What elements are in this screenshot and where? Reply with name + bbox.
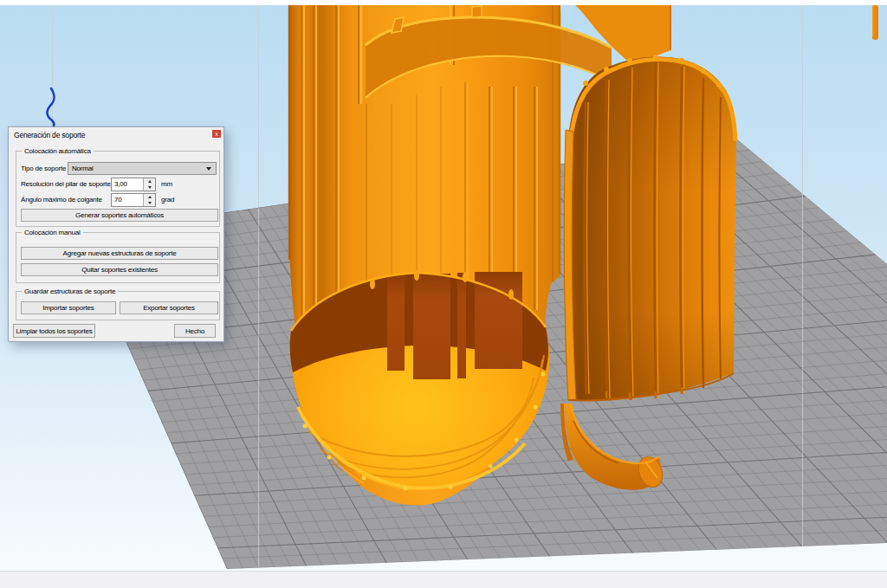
top-strip (0, 0, 887, 5)
collar-tab (472, 6, 482, 17)
grad-unit-label: grad (161, 196, 174, 204)
dialog-titlebar[interactable]: Generación de soporte x (9, 127, 223, 141)
resolucion-label: Resolución del pilar de soporte (21, 180, 111, 188)
close-icon[interactable]: x (212, 130, 221, 138)
generate-automatic-supports-button[interactable]: Generar soportes automáticos (21, 209, 218, 222)
support-type-dropdown[interactable]: Normal (68, 162, 217, 175)
spinner-down-icon[interactable] (144, 184, 155, 191)
model-distant-sliver[interactable] (872, 5, 878, 40)
chevron-down-icon (206, 167, 211, 171)
bottom-strip (0, 571, 887, 588)
clear-all-supports-button[interactable]: Limpiar todos los soportes (13, 324, 95, 338)
tipo-de-soporte-label: Tipo de soporte (21, 165, 66, 172)
done-button[interactable]: Hecho (174, 324, 216, 338)
model-bowl-opening[interactable] (290, 270, 549, 491)
import-supports-button[interactable]: Importar soportes (21, 301, 116, 314)
application-window: { "dialog": { "title": "Generación de so… (0, 0, 887, 588)
group-label: Guardar estructuras de soporte (22, 288, 118, 295)
spinner-down-icon[interactable] (144, 200, 155, 206)
angulo-label: Ángulo máximo de colgante (21, 196, 102, 204)
group-label: Colocación manual (22, 229, 83, 236)
dropdown-selected-value: Normal (68, 165, 206, 172)
pillar-resolution-value[interactable]: 3,00 (112, 178, 143, 191)
mm-unit-label: mm (161, 180, 172, 188)
dialog-title: Generación de soporte (14, 131, 85, 139)
pillar-resolution-input[interactable]: 3,00 (111, 178, 156, 191)
spinner-up-icon[interactable] (144, 178, 155, 184)
add-support-structures-button[interactable]: Agregar nuevas estructuras de soporte (21, 247, 218, 260)
export-supports-button[interactable]: Exportar soportes (120, 301, 218, 314)
max-overhang-angle-value[interactable]: 70 (112, 194, 143, 206)
group-label: Colocación automática (22, 147, 94, 155)
max-overhang-angle-input[interactable]: 70 (111, 193, 156, 207)
remove-existing-supports-button[interactable]: Quitar soportes existentes (21, 263, 218, 276)
support-generation-dialog[interactable]: Generación de soporte x Colocación autom… (8, 126, 224, 342)
model-shell-half[interactable] (564, 55, 736, 401)
spinner-up-icon[interactable] (144, 194, 155, 200)
